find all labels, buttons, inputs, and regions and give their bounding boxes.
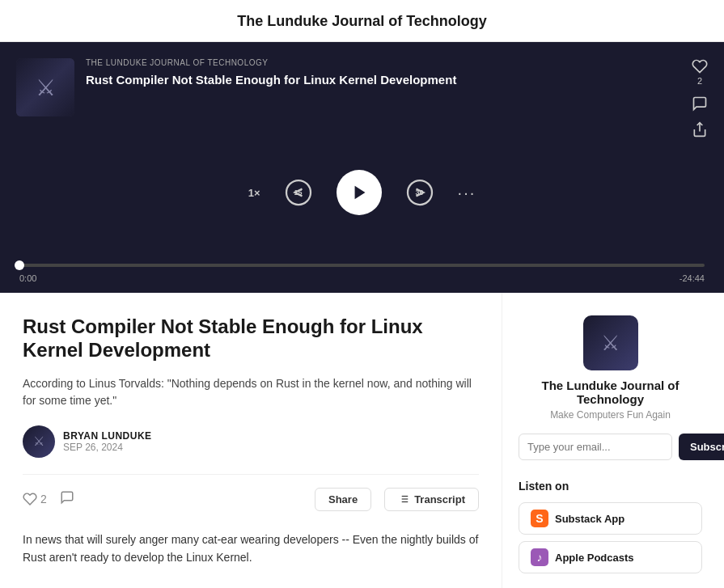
player-top: ⚔ THE LUNDUKE JOURNAL OF TECHNOLOGY Rust… <box>16 58 708 116</box>
episode-title: Rust Compiler Not Stable Enough for Linu… <box>23 315 479 362</box>
episode-description: According to Linus Torvalds: "Nothing de… <box>23 375 479 409</box>
transcript-button[interactable]: Transcript <box>384 488 479 511</box>
play-button[interactable] <box>337 170 382 215</box>
forward-button[interactable]: 30 <box>404 177 435 208</box>
substack-app-button[interactable]: S Substack App <box>519 502 702 535</box>
email-input[interactable] <box>519 434 672 460</box>
podcast-card-tagline: Make Computers Fun Again <box>519 409 702 421</box>
player-controls: 1× 15 30 ··· <box>16 170 708 215</box>
comment-button-player[interactable] <box>692 95 708 112</box>
page-header: The Lunduke Journal of Technology <box>0 0 724 42</box>
apple-podcasts-icon: ♪ <box>531 548 548 566</box>
likes-count: 2 <box>40 493 47 506</box>
podcast-card: ⚔ The Lunduke Journal of Technology Make… <box>519 315 702 460</box>
audio-player: ⚔ THE LUNDUKE JOURNAL OF TECHNOLOGY Rust… <box>0 42 724 293</box>
like-button[interactable]: 2 <box>23 492 47 506</box>
podcast-card-icon: ⚔ <box>601 331 620 356</box>
subscribe-row: Subscribe <box>519 434 702 460</box>
author-name: BRYAN LUNDUKE <box>63 430 152 442</box>
content-left: Rust Compiler Not Stable Enough for Linu… <box>0 293 502 588</box>
podcast-thumbnail: ⚔ <box>16 58 74 116</box>
current-time: 0:00 <box>19 273 36 283</box>
transcript-icon <box>398 493 409 505</box>
comment-button[interactable] <box>60 490 74 509</box>
forward-seconds: 30 <box>416 188 424 197</box>
author-avatar: ⚔ <box>23 425 55 458</box>
progress-bar[interactable] <box>19 264 705 267</box>
player-progress: 0:00 -24:44 <box>16 264 708 293</box>
author-row: ⚔ BRYAN LUNDUKE SEP 26, 2024 <box>23 425 479 458</box>
player-meta: THE LUNDUKE JOURNAL OF TECHNOLOGY Rust C… <box>86 58 708 88</box>
divider-1 <box>23 474 479 475</box>
page-title: The Lunduke Journal of Technology <box>0 13 724 30</box>
listen-on-section: Listen on S Substack App ♪ Apple Podcast… <box>519 480 702 573</box>
progress-thumb <box>15 260 24 270</box>
podcast-card-name: The Lunduke Journal of Technology <box>519 379 702 406</box>
player-show-name: THE LUNDUKE JOURNAL OF TECHNOLOGY <box>86 58 708 67</box>
like-button-player[interactable]: 2 <box>692 58 708 86</box>
player-actions-right: 2 <box>692 58 708 137</box>
rewind-seconds: 15 <box>294 188 303 197</box>
remaining-time: -24:44 <box>680 273 705 283</box>
apple-podcasts-button[interactable]: ♪ Apple Podcasts <box>519 541 702 573</box>
main-layout: Rust Compiler Not Stable Enough for Linu… <box>0 293 724 588</box>
player-likes-count: 2 <box>697 76 702 86</box>
podcast-logo-icon: ⚔ <box>36 74 56 101</box>
apple-podcasts-label: Apple Podcasts <box>555 552 634 564</box>
svg-marker-2 <box>355 186 366 200</box>
speed-button[interactable]: 1× <box>248 187 260 199</box>
author-avatar-icon: ⚔ <box>33 434 44 449</box>
progress-times: 0:00 -24:44 <box>16 273 708 283</box>
bottom-actions: 2 Share Transcript <box>23 488 479 511</box>
podcast-card-thumbnail: ⚔ <box>583 315 638 370</box>
episode-date: SEP 26, 2024 <box>63 442 152 453</box>
share-button[interactable]: Share <box>315 488 371 511</box>
substack-icon: S <box>531 510 548 527</box>
more-options-button[interactable]: ··· <box>458 184 476 202</box>
episode-body: In news that will surely anger many cat-… <box>23 531 479 567</box>
substack-app-label: Substack App <box>555 513 625 525</box>
listen-on-label: Listen on <box>519 480 702 493</box>
transcript-label: Transcript <box>414 493 465 506</box>
player-episode-title: Rust Compiler Not Stable Enough for Linu… <box>86 72 708 88</box>
subscribe-button[interactable]: Subscribe <box>679 434 724 460</box>
share-button-player[interactable] <box>692 121 708 137</box>
content-right: ⚔ The Lunduke Journal of Technology Make… <box>502 293 718 588</box>
rewind-button[interactable]: 15 <box>283 177 314 208</box>
author-info: BRYAN LUNDUKE SEP 26, 2024 <box>63 430 152 453</box>
